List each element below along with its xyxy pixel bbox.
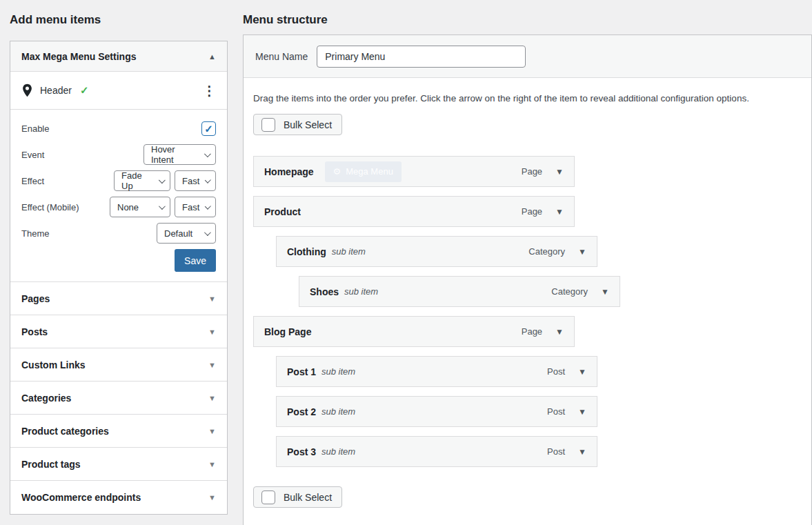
accordion-pages[interactable]: Pages ▼ [10,282,227,315]
event-label: Event [21,150,44,160]
enable-label: Enable [21,123,49,134]
menu-edit-box: Menu Name Drag the items into the order … [243,34,812,525]
accordion-categories[interactable]: Categories ▼ [10,382,227,415]
effect-speed-value: Fast [182,176,199,186]
menu-item-type: Category [551,286,588,297]
effect-mobile-speed-select[interactable]: Fast [175,197,216,217]
menu-name-label: Menu Name [255,51,308,62]
expand-arrow-icon: ▼ [208,427,216,435]
accordion-product-categories[interactable]: Product categories ▼ [10,415,227,448]
accordion-custom-links[interactable]: Custom Links ▼ [10,348,227,382]
menu-item-shoes[interactable]: Shoes sub item Category ▼ [299,276,620,307]
menu-item-title: Product [264,206,301,217]
menu-structure-panel: Menu structure Menu Name Drag the items … [243,0,812,525]
add-menu-items-panel: Add menu items Max Mega Menu Settings ▲ … [10,0,228,515]
mega-menu-settings-header[interactable]: Max Mega Menu Settings ▲ [10,41,227,72]
accordion-product-tags-label: Product tags [21,459,81,470]
effect-select[interactable]: Fade Up [114,170,170,191]
menu-item-title: Blog Page [264,326,311,337]
menu-item-blog-page[interactable]: Blog Page Page ▼ [253,316,575,347]
bulk-select-button-top[interactable]: Bulk Select [253,114,342,135]
menu-item-clothing[interactable]: Clothing sub item Category ▼ [276,236,597,267]
menu-item-product[interactable]: Product Page ▼ [253,196,575,227]
item-options-arrow-icon[interactable]: ▼ [578,247,586,257]
mega-menu-button[interactable]: ⚙ Mega Menu [325,161,402,182]
save-row: Save [21,249,216,272]
expand-arrow-icon: ▼ [208,493,216,502]
menu-item-title: Post 2 [287,406,316,417]
effect-row: Effect Fade Up Fast [21,170,216,191]
expand-arrow-icon: ▼ [208,295,216,303]
event-select[interactable]: Hover Intent [143,144,216,165]
chevron-down-icon [205,203,211,209]
menu-item-list: Homepage ⚙ Mega Menu Page ▼ Product Page… [253,156,802,467]
accordion-box: Max Mega Menu Settings ▲ Header ✓ ⋮ Enab… [10,41,228,515]
item-options-arrow-icon[interactable]: ▼ [555,207,564,217]
effect-mobile-label: Effect (Mobile) [21,202,79,212]
item-options-arrow-icon[interactable]: ▼ [555,167,564,177]
accordion-woocommerce-endpoints[interactable]: WooCommerce endpoints ▼ [10,481,227,514]
effect-speed-select[interactable]: Fast [175,170,216,191]
menu-item-type: Page [522,206,542,217]
menu-item-title: Homepage [264,166,314,177]
theme-label: Theme [21,228,49,239]
bulk-select-checkbox[interactable] [261,118,275,132]
gear-icon: ⚙ [333,166,341,177]
mega-menu-settings-form: Enable ✓ Event Hover Intent Effect [10,110,227,282]
chevron-down-icon [205,177,211,183]
menu-item-homepage[interactable]: Homepage ⚙ Mega Menu Page ▼ [253,156,575,187]
item-options-arrow-icon[interactable]: ▼ [578,447,586,457]
sub-item-label: sub item [321,366,355,377]
menu-item-post-1[interactable]: Post 1 sub item Post ▼ [276,356,597,387]
menu-item-title: Post 1 [287,366,316,377]
drag-instructions: Drag the items into the order you prefer… [253,93,802,103]
accordion-categories-label: Categories [21,393,71,404]
expand-arrow-icon: ▼ [208,361,216,369]
effect-mobile-row: Effect (Mobile) None Fast [21,197,216,217]
more-options-icon[interactable]: ⋮ [203,84,216,97]
location-pin-icon [21,83,33,97]
mega-menu-button-label: Mega Menu [346,166,393,177]
menu-item-post-2[interactable]: Post 2 sub item Post ▼ [276,396,597,427]
item-options-arrow-icon[interactable]: ▼ [601,287,609,297]
accordion-posts-label: Posts [21,326,48,337]
location-label: Header [40,85,72,96]
save-button[interactable]: Save [175,249,216,272]
chevron-down-icon [159,177,166,184]
sub-item-label: sub item [321,446,355,457]
bulk-select-checkbox[interactable] [261,491,275,504]
item-options-arrow-icon[interactable]: ▼ [578,367,586,377]
theme-select[interactable]: Default [157,223,216,244]
chevron-down-icon [159,203,166,210]
accordion-posts[interactable]: Posts ▼ [10,315,227,348]
menu-item-type: Post [547,406,565,417]
effect-mobile-select[interactable]: None [110,197,170,217]
menu-body: Drag the items into the order you prefer… [244,78,811,525]
chevron-down-icon [204,150,211,157]
check-icon: ✓ [80,84,89,97]
sub-item-label: sub item [332,246,366,257]
collapse-arrow-icon[interactable]: ▲ [208,52,216,61]
accordion-pages-label: Pages [21,293,50,304]
enable-checkbox[interactable]: ✓ [201,121,216,136]
event-row: Event Hover Intent [21,144,216,165]
menu-item-post-3[interactable]: Post 3 sub item Post ▼ [276,436,597,467]
menu-item-title: Post 3 [287,446,316,457]
menu-item-type: Post [547,446,565,457]
menu-location-row: Header ✓ ⋮ [10,72,227,110]
accordion-product-tags[interactable]: Product tags ▼ [10,448,227,481]
bulk-select-button-bottom[interactable]: Bulk Select [253,486,342,508]
item-options-arrow-icon[interactable]: ▼ [578,407,586,417]
expand-arrow-icon: ▼ [208,328,216,336]
effect-select-value: Fade Up [121,170,153,191]
add-menu-items-title: Add menu items [10,13,228,26]
menu-item-type: Category [528,246,565,257]
menu-name-input[interactable] [317,46,526,68]
menu-item-type: Page [522,166,542,177]
sub-item-label: sub item [321,406,355,417]
sub-item-label: sub item [344,286,378,297]
menu-item-title: Clothing [287,246,326,257]
bulk-select-label: Bulk Select [284,119,332,130]
theme-select-value: Default [164,228,192,239]
item-options-arrow-icon[interactable]: ▼ [555,327,564,337]
